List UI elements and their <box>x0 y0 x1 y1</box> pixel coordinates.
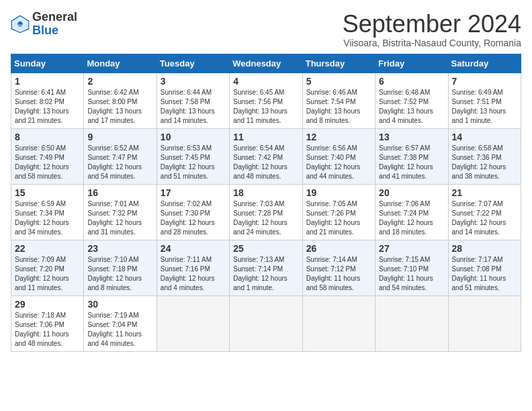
logo-blue: Blue <box>32 24 77 38</box>
location-subtitle: Viisoara, Bistrita-Nasaud County, Romani… <box>343 38 521 48</box>
day-info: Sunrise: 6:46 AMSunset: 7:54 PMDaylight:… <box>306 88 371 126</box>
header-row: SundayMondayTuesdayWednesdayThursdayFrid… <box>11 54 521 73</box>
calendar-cell: 30Sunrise: 7:19 AMSunset: 7:04 PMDayligh… <box>84 295 157 351</box>
day-info: Sunrise: 6:54 AMSunset: 7:42 PMDaylight:… <box>233 144 298 181</box>
day-info: Sunrise: 7:06 AMSunset: 7:24 PMDaylight:… <box>379 199 444 237</box>
day-info: Sunrise: 7:03 AMSunset: 7:28 PMDaylight:… <box>233 199 298 237</box>
calendar-cell <box>157 295 229 351</box>
calendar-cell: 23Sunrise: 7:10 AMSunset: 7:18 PMDayligh… <box>84 240 157 295</box>
day-number: 14 <box>452 132 517 142</box>
day-info: Sunrise: 6:48 AMSunset: 7:52 PMDaylight:… <box>379 88 444 126</box>
logo-general: General <box>32 11 77 24</box>
calendar-cell: 8Sunrise: 6:50 AMSunset: 7:49 PMDaylight… <box>11 128 84 184</box>
calendar-cell: 14Sunrise: 6:58 AMSunset: 7:36 PMDayligh… <box>448 128 521 184</box>
calendar-cell: 2Sunrise: 6:42 AMSunset: 8:00 PMDaylight… <box>84 73 157 128</box>
calendar-week-3: 15Sunrise: 6:59 AMSunset: 7:34 PMDayligh… <box>11 184 521 240</box>
day-info: Sunrise: 7:13 AMSunset: 7:14 PMDaylight:… <box>233 255 298 293</box>
day-number: 7 <box>452 76 517 87</box>
day-number: 13 <box>379 132 444 142</box>
day-number: 11 <box>233 132 298 142</box>
header-day-thursday: Thursday <box>302 54 375 73</box>
day-number: 27 <box>379 243 444 254</box>
day-info: Sunrise: 6:53 AMSunset: 7:45 PMDaylight:… <box>161 144 226 181</box>
calendar-cell <box>448 295 521 351</box>
day-number: 3 <box>161 76 226 87</box>
day-number: 9 <box>87 132 152 142</box>
calendar-cell: 16Sunrise: 7:01 AMSunset: 7:32 PMDayligh… <box>84 184 157 240</box>
calendar-cell: 3Sunrise: 6:44 AMSunset: 7:58 PMDaylight… <box>157 73 229 128</box>
title-block: September 2024 Viisoara, Bistrita-Nasaud… <box>343 11 521 48</box>
calendar-cell: 15Sunrise: 6:59 AMSunset: 7:34 PMDayligh… <box>11 184 84 240</box>
calendar-cell: 25Sunrise: 7:13 AMSunset: 7:14 PMDayligh… <box>230 240 302 295</box>
calendar-cell: 7Sunrise: 6:49 AMSunset: 7:51 PMDaylight… <box>448 73 521 128</box>
calendar-cell: 10Sunrise: 6:53 AMSunset: 7:45 PMDayligh… <box>157 128 229 184</box>
calendar-cell: 12Sunrise: 6:56 AMSunset: 7:40 PMDayligh… <box>302 128 375 184</box>
header-day-friday: Friday <box>375 54 448 73</box>
day-number: 20 <box>379 187 444 198</box>
day-info: Sunrise: 6:41 AMSunset: 8:02 PMDaylight:… <box>15 88 80 126</box>
calendar-cell: 9Sunrise: 6:52 AMSunset: 7:47 PMDaylight… <box>84 128 157 184</box>
day-number: 22 <box>15 243 80 254</box>
day-info: Sunrise: 6:59 AMSunset: 7:34 PMDaylight:… <box>15 199 80 237</box>
calendar-week-4: 22Sunrise: 7:09 AMSunset: 7:20 PMDayligh… <box>11 240 521 295</box>
logo-text: General Blue <box>32 11 77 38</box>
calendar-cell: 29Sunrise: 7:18 AMSunset: 7:06 PMDayligh… <box>11 295 84 351</box>
calendar-cell: 27Sunrise: 7:15 AMSunset: 7:10 PMDayligh… <box>375 240 448 295</box>
day-number: 4 <box>233 76 298 87</box>
day-number: 23 <box>87 243 152 254</box>
calendar-table: SundayMondayTuesdayWednesdayThursdayFrid… <box>11 54 521 352</box>
day-number: 10 <box>161 132 226 142</box>
calendar-cell: 13Sunrise: 6:57 AMSunset: 7:38 PMDayligh… <box>375 128 448 184</box>
day-info: Sunrise: 6:45 AMSunset: 7:56 PMDaylight:… <box>233 88 298 126</box>
day-number: 30 <box>87 299 152 310</box>
calendar-cell: 18Sunrise: 7:03 AMSunset: 7:28 PMDayligh… <box>230 184 302 240</box>
day-info: Sunrise: 6:50 AMSunset: 7:49 PMDaylight:… <box>15 144 80 181</box>
day-info: Sunrise: 6:52 AMSunset: 7:47 PMDaylight:… <box>87 144 152 181</box>
header-day-monday: Monday <box>84 54 157 73</box>
calendar-week-1: 1Sunrise: 6:41 AMSunset: 8:02 PMDaylight… <box>11 73 521 128</box>
day-info: Sunrise: 6:58 AMSunset: 7:36 PMDaylight:… <box>452 144 517 181</box>
day-info: Sunrise: 7:14 AMSunset: 7:12 PMDaylight:… <box>306 255 371 293</box>
calendar-cell <box>302 295 375 351</box>
day-info: Sunrise: 6:56 AMSunset: 7:40 PMDaylight:… <box>306 144 371 181</box>
day-info: Sunrise: 7:09 AMSunset: 7:20 PMDaylight:… <box>15 255 80 293</box>
calendar-cell: 11Sunrise: 6:54 AMSunset: 7:42 PMDayligh… <box>230 128 302 184</box>
day-number: 2 <box>87 76 152 87</box>
calendar-cell: 22Sunrise: 7:09 AMSunset: 7:20 PMDayligh… <box>11 240 84 295</box>
day-number: 25 <box>233 243 298 254</box>
day-info: Sunrise: 7:10 AMSunset: 7:18 PMDaylight:… <box>87 255 152 293</box>
calendar-week-5: 29Sunrise: 7:18 AMSunset: 7:06 PMDayligh… <box>11 295 521 351</box>
calendar-cell <box>375 295 448 351</box>
day-number: 12 <box>306 132 371 142</box>
day-number: 18 <box>233 187 298 198</box>
day-number: 29 <box>15 299 80 310</box>
header-day-wednesday: Wednesday <box>230 54 302 73</box>
day-info: Sunrise: 7:07 AMSunset: 7:22 PMDaylight:… <box>452 199 517 237</box>
calendar-cell: 1Sunrise: 6:41 AMSunset: 8:02 PMDaylight… <box>11 73 84 128</box>
header-day-tuesday: Tuesday <box>157 54 229 73</box>
day-number: 15 <box>15 187 80 198</box>
day-number: 28 <box>452 243 517 254</box>
day-info: Sunrise: 7:02 AMSunset: 7:30 PMDaylight:… <box>161 199 226 237</box>
day-info: Sunrise: 7:19 AMSunset: 7:04 PMDaylight:… <box>87 311 152 349</box>
day-info: Sunrise: 7:18 AMSunset: 7:06 PMDaylight:… <box>15 311 80 349</box>
day-number: 6 <box>379 76 444 87</box>
calendar-cell: 6Sunrise: 6:48 AMSunset: 7:52 PMDaylight… <box>375 73 448 128</box>
day-number: 8 <box>15 132 80 142</box>
day-info: Sunrise: 7:01 AMSunset: 7:32 PMDaylight:… <box>87 199 152 237</box>
calendar-week-2: 8Sunrise: 6:50 AMSunset: 7:49 PMDaylight… <box>11 128 521 184</box>
day-info: Sunrise: 7:11 AMSunset: 7:16 PMDaylight:… <box>161 255 226 293</box>
page-header: General Blue September 2024 Viisoara, Bi… <box>11 11 521 48</box>
day-number: 5 <box>306 76 371 87</box>
calendar-cell: 20Sunrise: 7:06 AMSunset: 7:24 PMDayligh… <box>375 184 448 240</box>
day-info: Sunrise: 7:05 AMSunset: 7:26 PMDaylight:… <box>306 199 371 237</box>
calendar-cell: 19Sunrise: 7:05 AMSunset: 7:26 PMDayligh… <box>302 184 375 240</box>
calendar-cell: 24Sunrise: 7:11 AMSunset: 7:16 PMDayligh… <box>157 240 229 295</box>
calendar-cell: 5Sunrise: 6:46 AMSunset: 7:54 PMDaylight… <box>302 73 375 128</box>
calendar-cell: 21Sunrise: 7:07 AMSunset: 7:22 PMDayligh… <box>448 184 521 240</box>
calendar-cell <box>230 295 302 351</box>
day-number: 26 <box>306 243 371 254</box>
day-number: 19 <box>306 187 371 198</box>
header-day-sunday: Sunday <box>11 54 84 73</box>
header-day-saturday: Saturday <box>448 54 521 73</box>
